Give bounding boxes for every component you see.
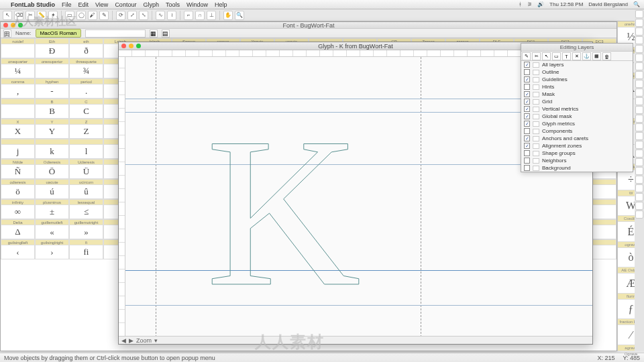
layer-row[interactable]: Components <box>521 127 633 135</box>
layer-checkbox[interactable]: ✓ <box>524 121 530 127</box>
tool-hand-icon[interactable]: ✋ <box>223 11 233 20</box>
bluetooth-icon[interactable]: ᚼ <box>519 1 522 7</box>
menu-window[interactable]: Window <box>186 1 208 8</box>
glyph-cell[interactable]: onequarter¼ <box>1 58 35 78</box>
layer-hash-icon[interactable]: ▭ <box>552 52 561 60</box>
glyph-cell[interactable]: UdieresisÜ <box>69 159 103 179</box>
glyph-cell[interactable]: CC <box>69 99 103 119</box>
layer-row[interactable]: Background <box>521 164 633 172</box>
glyph-cell[interactable]: DeltaΔ <box>1 219 35 239</box>
strip-icon[interactable] <box>635 71 643 79</box>
glyph-cell[interactable]: uacuteú <box>35 179 69 199</box>
strip-icon[interactable] <box>635 45 643 53</box>
strip-icon[interactable] <box>635 19 643 27</box>
volume-icon[interactable]: 🔊 <box>537 1 544 7</box>
layer-pen-icon[interactable]: ✎ <box>522 52 531 60</box>
glyph-cell[interactable]: j <box>1 139 35 159</box>
layer-x-icon[interactable]: ✕ <box>572 52 581 60</box>
layer-row[interactable]: ✓Global mask <box>521 113 633 120</box>
tool-tangent-icon[interactable]: ⊥ <box>207 11 216 20</box>
tool-smooth-icon[interactable]: ∩ <box>195 11 205 20</box>
glyph-cell[interactable]: infinity∞ <box>1 199 35 219</box>
layer-swatch[interactable] <box>533 143 539 149</box>
glyph-cell[interactable]: hyphen- <box>35 78 69 99</box>
layer-swatch[interactable] <box>533 62 539 68</box>
editing-layers-panel[interactable]: Editing Layers ✎ ✂ ↖ ▭ T ✕ ⚓ ▦ 🗑 ✓All la… <box>521 43 633 172</box>
glyph-cell[interactable]: notdef <box>1 38 35 58</box>
layer-cut-icon[interactable]: ✂ <box>532 52 541 60</box>
layer-checkbox[interactable]: ✓ <box>524 106 530 112</box>
layer-swatch[interactable] <box>533 70 539 75</box>
layer-checkbox[interactable]: ✓ <box>524 99 530 105</box>
strip-icon[interactable] <box>635 184 643 192</box>
strip-icon[interactable] <box>635 176 643 184</box>
menu-contour[interactable]: Contour <box>115 1 136 8</box>
strip-icon[interactable] <box>635 210 643 219</box>
zoom-icon[interactable] <box>136 44 141 48</box>
layer-row[interactable]: ✓Alignment zones <box>521 142 633 149</box>
tool-brush-icon[interactable]: 🖌 <box>88 11 97 20</box>
glyph-cell[interactable]: k <box>35 139 69 159</box>
close-icon[interactable] <box>3 23 8 27</box>
glyph-cell[interactable]: ZZ <box>69 119 103 139</box>
wifi-icon[interactable]: ⚞ <box>527 1 532 7</box>
layer-layers-icon[interactable]: ▦ <box>592 52 601 60</box>
layer-swatch[interactable] <box>533 166 539 171</box>
name-field[interactable] <box>85 29 146 38</box>
layer-swatch[interactable] <box>533 77 539 82</box>
layer-arrow-icon[interactable]: ↖ <box>542 52 551 60</box>
strip-icon[interactable] <box>635 97 643 105</box>
layer-checkbox[interactable]: ✓ <box>524 135 530 141</box>
menu-tools[interactable]: Tools <box>166 1 180 8</box>
glyph-cell[interactable]: odieresisö <box>1 179 35 199</box>
layer-row[interactable]: ✓Anchors and carets <box>521 135 633 142</box>
glyph-outline[interactable]: K <box>206 115 387 309</box>
layer-trash-icon[interactable]: 🗑 <box>602 52 611 60</box>
prev-glyph-icon[interactable]: ◀ <box>121 337 126 344</box>
menu-view[interactable]: View <box>95 1 108 8</box>
layer-checkbox[interactable]: ✓ <box>524 76 530 82</box>
glyph-cell[interactable]: ethð <box>69 38 103 58</box>
tool-vcurve-icon[interactable]: ≀ <box>167 11 176 20</box>
tool-corner-icon[interactable]: ⌐ <box>184 11 193 20</box>
layer-swatch[interactable] <box>533 158 539 164</box>
layer-checkbox[interactable] <box>524 150 530 156</box>
strip-icon[interactable] <box>635 88 643 97</box>
layer-t-icon[interactable]: T <box>562 52 571 60</box>
glyph-cell[interactable]: guilsinglleft‹ <box>1 239 35 259</box>
layer-swatch[interactable] <box>533 121 539 127</box>
next-glyph-icon[interactable]: ▶ <box>129 337 133 344</box>
encoding-icon[interactable]: 田 <box>3 29 11 38</box>
tool-ellipse-icon[interactable]: ◯ <box>76 11 86 20</box>
strip-icon[interactable] <box>635 193 643 201</box>
layer-row[interactable]: Neighbors <box>521 157 633 164</box>
glyph-cell[interactable]: l <box>69 139 103 159</box>
menu-edit[interactable]: Edit <box>78 1 89 8</box>
glyph-cell[interactable]: guilsinglright› <box>35 239 69 259</box>
strip-icon[interactable] <box>635 167 643 175</box>
strip-icon[interactable] <box>635 62 643 70</box>
layer-row[interactable]: ✓Mask <box>521 90 633 98</box>
layer-checkbox[interactable] <box>524 69 530 75</box>
layer-checkbox[interactable] <box>524 165 530 171</box>
minimize-icon[interactable] <box>129 44 133 48</box>
glyph-cell[interactable]: YY <box>35 119 69 139</box>
glyph-cell[interactable]: onesuperior <box>35 58 69 78</box>
strip-icon[interactable] <box>635 10 643 18</box>
mode-icon[interactable]: ▦ <box>150 29 158 38</box>
layer-row[interactable]: Shape groups <box>521 149 633 157</box>
tool-rotate-icon[interactable]: ⟳ <box>116 11 125 20</box>
strip-icon[interactable] <box>635 141 643 149</box>
menu-file[interactable]: File <box>62 1 72 8</box>
app-menu[interactable]: FontLab Studio <box>11 1 55 8</box>
strip-icon[interactable] <box>635 202 643 210</box>
layer-checkbox[interactable] <box>524 84 530 90</box>
tool-zoom-icon[interactable]: 🔍 <box>235 11 244 20</box>
tool-skew-icon[interactable]: ⤡ <box>139 11 148 20</box>
view-icon[interactable]: ▤ <box>162 29 170 38</box>
clock[interactable]: Thu 12:58 PM <box>549 1 583 7</box>
strip-icon[interactable] <box>635 54 643 62</box>
strip-icon[interactable] <box>635 27 643 36</box>
strip-icon[interactable] <box>635 149 643 158</box>
tool-hcurve-icon[interactable]: ∿ <box>156 11 165 20</box>
